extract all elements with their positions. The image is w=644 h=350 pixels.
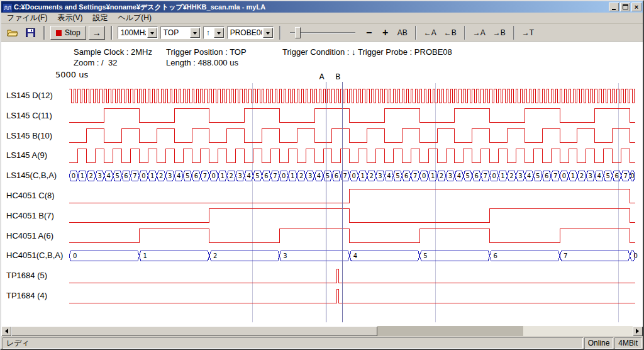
bus-value: 6 (494, 252, 497, 259)
bus-value: 0 (212, 172, 216, 179)
zoom-slider-thumb[interactable] (295, 27, 301, 38)
bus-value: 0 (73, 252, 77, 259)
bus-value: 1 (143, 252, 147, 259)
channel-label[interactable]: LS145 B(10) (6, 130, 52, 142)
trigger-position-select[interactable]: TOP (160, 26, 201, 39)
bus-value: 7 (623, 172, 627, 179)
channel-label[interactable]: LS145 D(12) (6, 90, 53, 101)
bus-value: 2 (89, 172, 93, 179)
status-online-badge: Online (584, 337, 614, 349)
bus-value: 2 (580, 172, 584, 179)
bus-value: 2 (159, 172, 163, 179)
ab-button[interactable]: AB (394, 26, 411, 40)
scrollbar-thumb[interactable] (11, 326, 377, 336)
status-memory-badge: 4MBit (614, 337, 641, 349)
goto-cursor-b-right-button[interactable]: →B (490, 26, 509, 40)
zoom-out-button[interactable]: − (362, 26, 377, 40)
chevron-down-icon[interactable] (147, 28, 157, 38)
bus-value: 3 (238, 172, 242, 179)
bus-value: 6 (124, 172, 128, 179)
menu-help[interactable]: ヘルプ(H) (113, 11, 157, 25)
bus-value: 5 (186, 172, 189, 179)
arrow-left-icon (3, 329, 8, 334)
channel-label[interactable]: HC4051 C(8) (6, 190, 55, 201)
bus-value: 4 (387, 172, 391, 179)
waveform-canvas: 5000 us012345670123456701234567012345670… (1, 42, 639, 326)
bus-value: 3 (283, 252, 287, 259)
zoom-slider[interactable] (290, 26, 355, 40)
status-bar: レディ Online 4MBit (1, 337, 643, 349)
window-title: C:¥Documents and Settings¥noname¥デスクトップ¥… (14, 3, 608, 12)
waveform-trace (69, 209, 635, 223)
goto-cursor-b-left-button[interactable]: ←B (441, 26, 460, 40)
bus-value: 5 (423, 252, 427, 259)
channel-label[interactable]: HC4051 A(6) (6, 230, 53, 242)
waveform-trace (69, 129, 635, 143)
bus-value: 7 (564, 252, 567, 259)
bus-value: 6 (475, 172, 479, 179)
stop-button[interactable]: Stop (50, 26, 86, 40)
channel-label[interactable]: HC4051 B(7) (6, 210, 54, 222)
open-folder-icon (7, 28, 18, 37)
maximize-button[interactable] (620, 3, 630, 11)
open-button[interactable] (5, 26, 20, 40)
bus-value: 2 (230, 172, 233, 179)
maximize-icon (623, 4, 628, 9)
bus-value: 0 (352, 172, 356, 179)
channel-label[interactable]: LS145 A(9) (6, 150, 47, 161)
trigger-probe-select[interactable]: PROBE00 (227, 26, 274, 39)
zoom-in-button[interactable]: + (378, 26, 393, 40)
bus-value: 7 (484, 172, 487, 179)
save-button[interactable] (23, 26, 38, 40)
sample-clock-select[interactable]: 100MHz (118, 26, 158, 39)
bus-value: 5 (466, 172, 470, 179)
chevron-down-icon[interactable] (190, 28, 200, 38)
bus-value: 4 (317, 172, 321, 179)
bus-value: 1 (221, 172, 225, 179)
channel-label[interactable]: TP1684 (4) (6, 290, 47, 302)
scroll-right-button[interactable] (633, 326, 643, 336)
bus-value: 3 (378, 172, 382, 179)
minimize-icon (612, 9, 616, 10)
bus-value: 4 (527, 172, 531, 179)
bus-value: 4 (107, 172, 111, 179)
menu-view[interactable]: 表示(V) (52, 11, 87, 25)
scrollbar-page-region[interactable] (377, 326, 523, 336)
scrollbar-track[interactable] (11, 326, 633, 336)
close-button[interactable]: × (631, 3, 641, 11)
bus-value: 6 (614, 172, 618, 179)
trigger-edge-select[interactable]: ↑ (203, 26, 225, 39)
bus-value: 7 (203, 172, 207, 179)
goto-trigger-button[interactable]: →T (519, 26, 537, 40)
menu-file[interactable]: ファイル(F) (2, 11, 52, 25)
chevron-down-icon[interactable] (263, 28, 273, 38)
sample-clock-value: 100MHz (121, 28, 146, 37)
bus-value: 1 (501, 172, 504, 179)
status-message: レディ (3, 337, 583, 349)
channel-label[interactable]: HC4051(C,B,A) (6, 250, 63, 261)
bus-value: 5 (536, 172, 540, 179)
bus-value: 5 (396, 172, 399, 179)
scroll-left-button[interactable] (1, 326, 11, 336)
bus-value: 3 (98, 172, 102, 179)
bus-value: 5 (115, 172, 119, 179)
horizontal-scrollbar[interactable] (1, 326, 643, 336)
bus-value: 3 (518, 172, 522, 179)
run-button[interactable]: → (89, 26, 105, 40)
channel-label[interactable]: TP1684 (5) (6, 270, 47, 281)
goto-cursor-a-right-button[interactable]: →A (470, 26, 489, 40)
bus-value: 3 (448, 172, 452, 179)
channel-label[interactable]: LS145 C(11) (6, 110, 52, 121)
bus-value: 1 (80, 172, 84, 179)
bus-value: 7 (273, 172, 277, 179)
chevron-down-icon[interactable] (214, 28, 224, 38)
minimize-button[interactable] (609, 3, 619, 11)
channel-label[interactable]: LS145(C,B,A) (6, 170, 57, 181)
toolbar-separator (111, 26, 112, 40)
arrow-right-icon (636, 329, 641, 334)
menu-settings[interactable]: 設定 (87, 11, 113, 25)
goto-cursor-a-left-button[interactable]: ←A (421, 26, 440, 40)
trigger-edge-value: ↑ (206, 28, 213, 37)
bus-value: 4 (597, 172, 601, 179)
window-controls: × (608, 3, 641, 11)
